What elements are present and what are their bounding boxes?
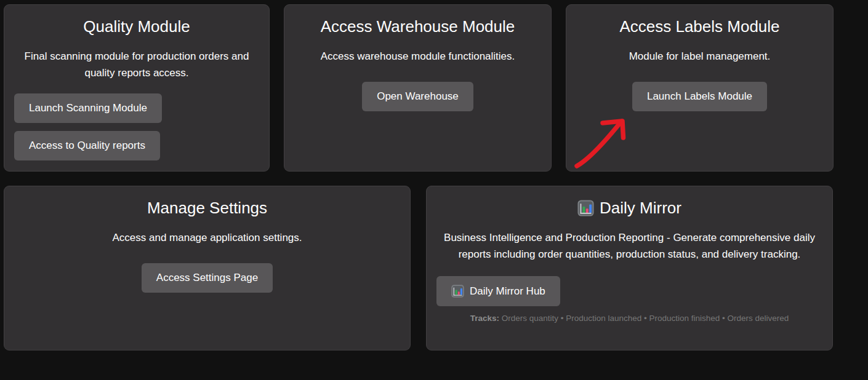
daily-mirror-title-text: Daily Mirror	[600, 199, 681, 218]
daily-mirror-description: Business Intelligence and Production Rep…	[436, 229, 822, 263]
open-warehouse-label: Open Warehouse	[377, 90, 459, 103]
module-row-top: Quality Module Final scanning module for…	[4, 4, 834, 172]
access-quality-reports-button[interactable]: Access to Quality reports	[14, 131, 160, 160]
manage-settings-title: Manage Settings	[14, 199, 400, 218]
card-manage-settings: Manage Settings Access and manage applic…	[4, 186, 411, 350]
launch-labels-module-label: Launch Labels Module	[647, 90, 752, 103]
warehouse-module-description: Access warehouse module functionalities.	[294, 48, 541, 65]
warehouse-module-title: Access Warehouse Module	[294, 17, 541, 36]
tracks-text: Orders quantity • Production launched • …	[502, 314, 789, 323]
bar-chart-icon	[451, 285, 464, 298]
launch-labels-module-button[interactable]: Launch Labels Module	[632, 82, 767, 111]
module-dashboard: Quality Module Final scanning module for…	[4, 4, 834, 350]
daily-mirror-tracks: Tracks: Orders quantity • Production lau…	[436, 314, 822, 323]
manage-settings-description: Access and manage application settings.	[14, 229, 400, 246]
daily-mirror-hub-label: Daily Mirror Hub	[470, 285, 545, 298]
launch-scanning-module-button[interactable]: Launch Scanning Module	[14, 93, 162, 123]
card-quality-module: Quality Module Final scanning module for…	[4, 4, 270, 172]
access-quality-reports-label: Access to Quality reports	[29, 140, 145, 152]
access-settings-page-button[interactable]: Access Settings Page	[142, 263, 273, 293]
open-warehouse-button[interactable]: Open Warehouse	[362, 82, 473, 111]
launch-scanning-module-label: Launch Scanning Module	[29, 102, 147, 114]
card-labels-module: Access Labels Module Module for label ma…	[566, 4, 834, 172]
daily-mirror-title: Daily Mirror	[436, 199, 822, 218]
labels-module-description: Module for label management.	[576, 48, 823, 65]
labels-module-title: Access Labels Module	[576, 17, 823, 36]
quality-module-buttons: Launch Scanning Module Access to Quality…	[14, 93, 259, 160]
bar-chart-icon	[577, 200, 594, 216]
access-settings-page-label: Access Settings Page	[156, 272, 258, 284]
module-row-bottom: Manage Settings Access and manage applic…	[4, 186, 834, 350]
daily-mirror-hub-button[interactable]: Daily Mirror Hub	[436, 276, 560, 306]
quality-module-description: Final scanning module for production ord…	[14, 48, 259, 81]
card-warehouse-module: Access Warehouse Module Access warehouse…	[284, 4, 552, 172]
quality-module-title: Quality Module	[14, 17, 259, 36]
card-daily-mirror: Daily Mirror Business Intelligence and P…	[426, 186, 833, 350]
tracks-label: Tracks:	[470, 314, 499, 323]
